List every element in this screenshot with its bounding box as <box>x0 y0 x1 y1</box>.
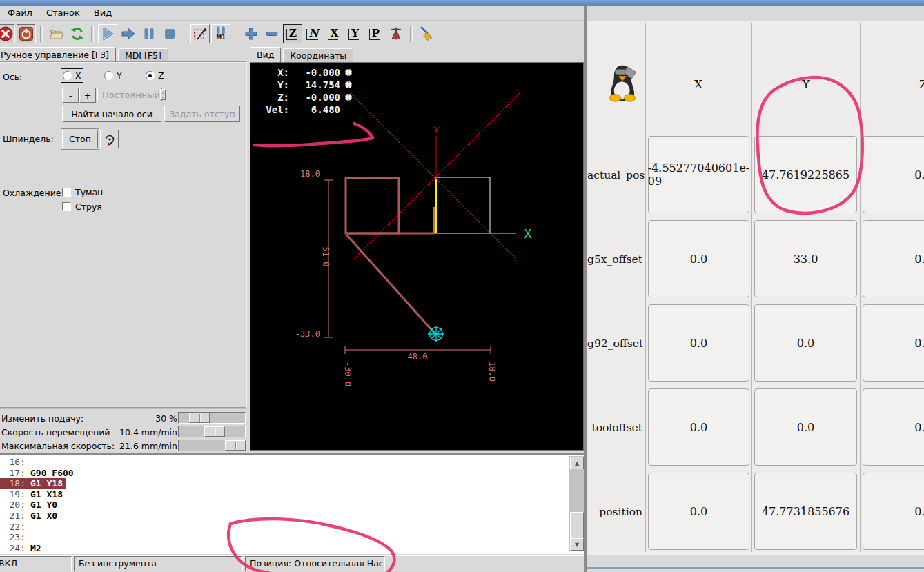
menu-bar: Файл Станок Вид <box>0 6 587 21</box>
tab-mdi[interactable]: MDI [F5] <box>118 48 168 63</box>
estop-button[interactable] <box>0 24 15 43</box>
max-velocity-row: Максимальная скорость: 21.6 mm/min <box>0 440 247 452</box>
max-velocity-slider[interactable] <box>178 440 246 451</box>
combo-arrow-icon: ⌄⌄ <box>160 89 166 100</box>
menu-machine[interactable]: Станок <box>39 6 87 19</box>
cell-position-x: 0.0 <box>648 473 749 550</box>
axis-radio-z[interactable]: Z <box>146 70 164 81</box>
watch-window: X Y Z actual_pos -4.55277040601e-09 47.7… <box>587 6 924 572</box>
slider-handle[interactable] <box>225 440 246 451</box>
clear-plot-button[interactable] <box>417 24 436 43</box>
touch-off-button[interactable]: Задать отступ <box>164 106 240 122</box>
broom-icon <box>418 26 435 42</box>
gcode-line[interactable]: 22: <box>0 522 33 533</box>
view-p-button[interactable]: P <box>366 24 385 43</box>
minus-icon <box>264 26 280 42</box>
gcode-scrollbar[interactable]: ▲ ▼ <box>569 456 584 551</box>
cell-actual-pos-z: 0.0 <box>863 136 924 213</box>
mist-checkbox[interactable]: Туман <box>62 187 103 197</box>
row-label-tooloffset: tooloffset <box>587 422 642 434</box>
radio-dot <box>63 71 72 80</box>
skip-lines-toggle[interactable] <box>190 24 210 43</box>
open-folder-icon <box>48 26 65 42</box>
machine-state-cell: ВКЛ <box>0 556 72 571</box>
scroll-down-icon[interactable]: ▼ <box>570 538 584 551</box>
homed-icon <box>344 81 353 89</box>
zoom-out-button[interactable] <box>262 24 282 43</box>
reload-button[interactable] <box>68 24 87 43</box>
spindle-label: Шпиндель: <box>3 134 54 144</box>
cell-tooloffset-z: 0.0 <box>863 388 924 466</box>
grid-line <box>751 23 752 552</box>
step-button[interactable] <box>119 24 138 43</box>
spindle-reverse-button[interactable] <box>100 130 119 148</box>
jog-minus-button[interactable]: - <box>62 88 79 103</box>
machine-power-button[interactable] <box>17 24 36 43</box>
axis-radio-x[interactable]: X <box>63 70 81 81</box>
gcode-line[interactable]: 16: <box>0 457 33 468</box>
axis-radio-y[interactable]: Y <box>104 70 122 81</box>
home-axis-button[interactable]: Найти начало оси <box>62 106 161 122</box>
dro-y-row: Y:14.754 <box>259 79 353 91</box>
menu-file[interactable]: Файл <box>1 6 39 19</box>
slider-handle[interactable] <box>189 413 210 423</box>
scroll-up-icon[interactable]: ▲ <box>570 457 584 469</box>
optional-pause-toggle[interactable]: M1 <box>211 24 230 43</box>
toolbar-separator <box>410 26 413 42</box>
gcode-line-active[interactable]: 18:G1 Y18 <box>0 478 66 489</box>
toolbar: M1 Z N X Y P <box>0 21 587 46</box>
cell-position-z: 0.0 <box>863 473 924 550</box>
gcode-listing[interactable]: 16: 17:G90 F600 18:G1 Y18 19:G1 X18 20:G… <box>0 453 587 554</box>
jog-mode-select[interactable]: Постоянный ⌄⌄ <box>97 88 162 101</box>
feed-override-value: 30 % <box>155 413 177 424</box>
pause-button[interactable] <box>139 24 159 43</box>
tab-preview[interactable]: Вид <box>250 47 281 62</box>
cell-actual-pos-x: -4.55277040601e-09 <box>648 136 749 213</box>
jog-speed-slider[interactable] <box>178 426 246 437</box>
cell-tooloffset-x: 0.0 <box>648 388 749 466</box>
feed-override-slider[interactable] <box>178 412 246 424</box>
reload-icon <box>69 26 86 42</box>
rotate-view-button[interactable] <box>386 24 406 43</box>
cell-position-y: 47.7731855676 <box>754 473 857 550</box>
gcode-line[interactable]: 24:M2 <box>0 543 44 554</box>
pause-icon <box>141 26 157 42</box>
menu-view[interactable]: Вид <box>87 6 119 19</box>
control-tabs: Ручное управление [F3] MDI [F5] <box>0 47 168 63</box>
gcode-line[interactable]: 23: <box>0 532 33 543</box>
view-z-button[interactable]: Z <box>283 24 302 43</box>
cell-g5x-offset-z: 0.0 <box>863 220 924 297</box>
gcode-line[interactable]: 17:G90 F600 <box>0 468 77 479</box>
max-velocity-value: 21.6 mm/min <box>119 441 177 451</box>
watch-table: X Y Z actual_pos -4.55277040601e-09 47.7… <box>587 21 924 555</box>
jog-plus-button[interactable]: + <box>79 88 96 103</box>
grid-line <box>860 23 861 552</box>
view-x-button[interactable]: X <box>324 24 344 43</box>
tab-dro[interactable]: Координаты <box>283 48 353 63</box>
stop-icon <box>161 26 178 42</box>
view-z2-button[interactable]: N <box>304 24 323 43</box>
tux-logo-icon <box>604 63 640 102</box>
zoom-in-button[interactable] <box>242 24 261 43</box>
m1-icon: M1 <box>215 26 226 41</box>
slider-handle[interactable] <box>204 426 225 437</box>
flood-checkbox[interactable]: Струя <box>62 201 102 212</box>
cell-g5x-offset-x: 0.0 <box>648 220 749 297</box>
gcode-line[interactable]: 21:G1 X0 <box>0 511 60 522</box>
view-y-button[interactable]: Y <box>345 24 364 43</box>
cell-g92-offset-z: 0.0 <box>863 304 924 382</box>
run-button[interactable] <box>98 24 117 43</box>
preview-canvas[interactable] <box>250 62 584 451</box>
column-header-z: Z <box>875 77 924 91</box>
spindle-stop-button[interactable]: Стоп <box>62 130 98 148</box>
spindle-turn-icon <box>103 132 117 146</box>
window-title-bar <box>0 0 924 6</box>
stop-button[interactable] <box>160 24 179 43</box>
feed-override-label: Изменить подачу: <box>1 413 83 424</box>
tab-manual-control[interactable]: Ручное управление [F3] <box>0 47 116 62</box>
gcode-line[interactable]: 20:G1 Y0 <box>0 500 60 511</box>
open-file-button[interactable] <box>47 24 66 43</box>
coolant-label: Охлаждение: <box>3 188 64 198</box>
dro-x-row: X:-0.000 <box>259 66 353 79</box>
gcode-line[interactable]: 19:G1 X18 <box>0 489 66 500</box>
